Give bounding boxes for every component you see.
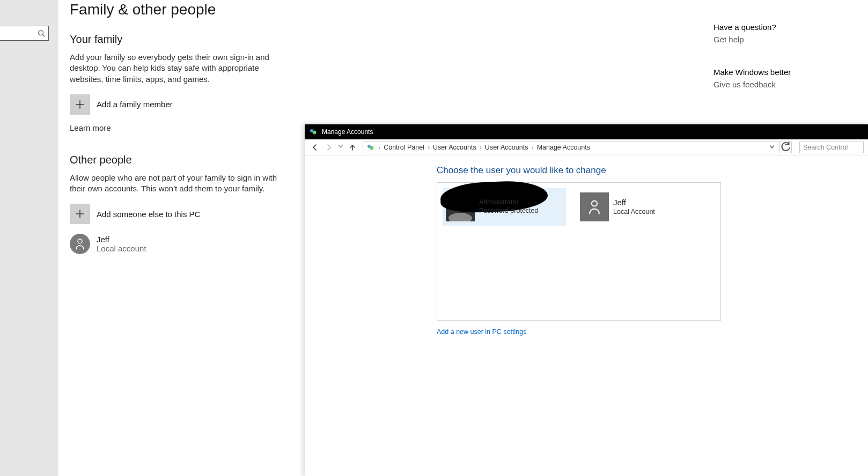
add-new-user-link[interactable]: Add a new user in PC settings	[437, 328, 526, 336]
recent-locations-dropdown[interactable]	[337, 143, 344, 152]
breadcrumb-control-panel[interactable]: Control Panel	[384, 144, 424, 151]
address-bar[interactable]: › Control Panel › User Accounts › User A…	[363, 142, 780, 153]
control-panel-search-placeholder: Search Control	[803, 144, 848, 151]
chevron-right-icon: ›	[530, 144, 534, 151]
account-card-password: Password protected	[479, 207, 538, 215]
your-family-desc: Add your family so everybody gets their …	[70, 52, 290, 85]
svg-line-1	[43, 35, 45, 37]
breadcrumb-manage-accounts[interactable]: Manage Accounts	[537, 144, 590, 151]
choose-user-heading: Choose the user you would like to change	[437, 165, 868, 176]
refresh-button[interactable]	[780, 142, 792, 153]
other-user-name: Jeff	[97, 235, 146, 244]
accounts-list: Administrator Password protected Jeff Lo…	[437, 182, 721, 321]
up-button[interactable]	[347, 142, 358, 153]
breadcrumb-user-accounts-2[interactable]: User Accounts	[485, 144, 528, 151]
breadcrumb-user-accounts-1[interactable]: User Accounts	[433, 144, 476, 151]
svg-point-0	[39, 31, 43, 35]
forward-button[interactable]	[323, 142, 335, 153]
control-panel-window: Manage Accounts › Control Panel › User A…	[305, 124, 868, 476]
back-button[interactable]	[309, 142, 321, 153]
other-user-text: Jeff Local account	[97, 235, 146, 254]
account-card-jeff[interactable]: Jeff Local Account	[577, 188, 700, 226]
add-family-member-button[interactable]: Add a family member	[70, 94, 365, 115]
person-icon	[580, 192, 609, 221]
control-panel-search-input[interactable]: Search Control	[799, 142, 864, 153]
address-bar-dropdown[interactable]	[768, 144, 776, 151]
svg-point-7	[313, 131, 317, 135]
your-family-heading: Your family	[70, 33, 365, 46]
account-card-name: Jeff	[613, 198, 655, 208]
question-heading: Have a question?	[713, 23, 853, 32]
account-card-admin[interactable]: Administrator Password protected	[443, 188, 566, 226]
chevron-right-icon: ›	[426, 144, 431, 151]
plus-icon	[70, 94, 90, 115]
person-icon	[70, 234, 90, 254]
control-panel-title: Manage Accounts	[322, 128, 373, 136]
give-feedback-link[interactable]: Give us feedback	[713, 80, 853, 89]
other-people-desc: Allow people who are not part of your fa…	[70, 173, 290, 195]
user-accounts-icon	[366, 143, 375, 152]
control-panel-toolbar: › Control Panel › User Accounts › User A…	[305, 139, 868, 155]
svg-point-10	[370, 146, 374, 150]
other-user-sub: Local account	[97, 244, 146, 253]
add-other-user-label: Add someone else to this PC	[97, 210, 200, 219]
settings-nav-sidebar	[0, 0, 58, 476]
user-accounts-icon	[309, 128, 318, 136]
chevron-right-icon: ›	[479, 144, 483, 151]
add-family-member-label: Add a family member	[97, 100, 173, 109]
search-icon	[38, 29, 45, 37]
get-help-link[interactable]: Get help	[713, 35, 853, 44]
account-card-role: Local Account	[613, 208, 655, 217]
plus-icon	[70, 204, 90, 224]
settings-search-input[interactable]	[0, 26, 49, 41]
control-panel-body: Choose the user you would like to change…	[305, 155, 868, 176]
help-sidebar: Have a question? Get help Make Windows b…	[713, 23, 853, 89]
control-panel-titlebar[interactable]: Manage Accounts	[305, 124, 868, 139]
account-card-role: Administrator	[479, 198, 538, 207]
chevron-right-icon: ›	[377, 144, 381, 151]
page-title: Family & other people	[70, 1, 365, 18]
make-better-heading: Make Windows better	[713, 68, 853, 77]
